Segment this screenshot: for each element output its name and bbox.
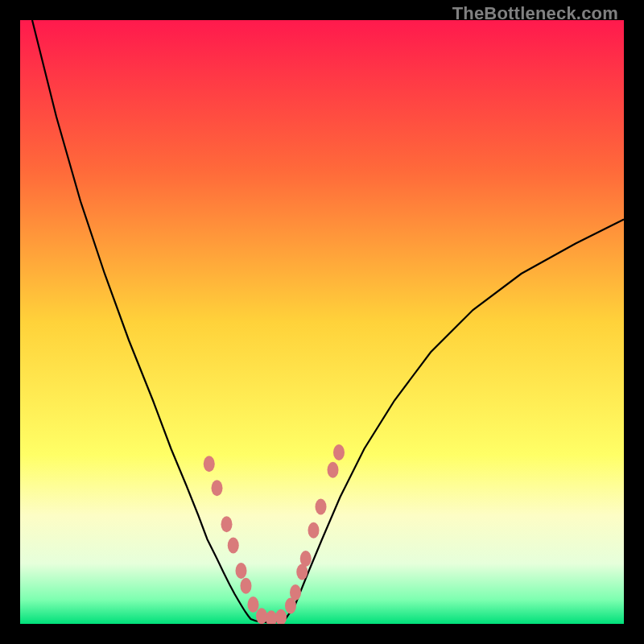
curve-marker [221, 516, 233, 532]
curve-marker [248, 597, 259, 613]
curve-marker [236, 563, 247, 579]
watermark-text: TheBottleneck.com [452, 3, 618, 24]
curve-marker [328, 462, 339, 478]
curve-marker [333, 444, 345, 460]
curve-marker [316, 499, 327, 515]
plot-frame [20, 20, 624, 624]
curve-marker [256, 608, 267, 624]
gradient-background [20, 20, 624, 624]
curve-marker [290, 584, 301, 601]
curve-marker [212, 480, 223, 496]
curve-marker [228, 538, 239, 554]
curve-marker [241, 578, 252, 594]
curve-marker [308, 522, 320, 539]
curve-marker [300, 551, 312, 567]
curve-marker [204, 456, 215, 472]
gradient-plot [20, 20, 624, 624]
